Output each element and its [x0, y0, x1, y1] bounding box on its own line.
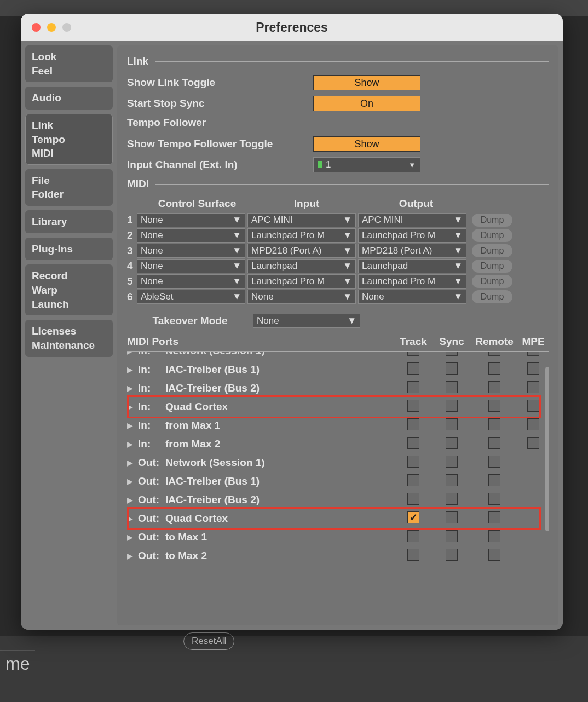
track-checkbox[interactable] — [407, 437, 419, 449]
dump-button[interactable]: Dump — [472, 229, 512, 242]
reset-all-button[interactable]: ResetAll — [183, 632, 234, 650]
track-checkbox[interactable] — [407, 549, 419, 561]
expand-icon[interactable]: ▶ — [127, 533, 138, 542]
sync-checkbox[interactable] — [446, 400, 458, 412]
remote-checkbox[interactable] — [488, 418, 500, 430]
show-link-toggle-button[interactable]: Show — [313, 75, 420, 90]
sync-checkbox[interactable] — [446, 418, 458, 430]
expand-icon[interactable]: ▶ — [127, 458, 138, 467]
track-checkbox[interactable] — [407, 530, 419, 542]
expand-icon[interactable]: ▶ — [127, 514, 138, 523]
mpe-checkbox[interactable] — [527, 400, 539, 412]
mpe-checkbox[interactable] — [527, 381, 539, 393]
remote-checkbox[interactable] — [488, 456, 500, 468]
start-stop-sync-button[interactable]: On — [313, 96, 420, 111]
mpe-checkbox[interactable] — [527, 352, 539, 356]
sidebar-tab-plug-ins[interactable]: Plug-Ins — [25, 238, 113, 261]
sync-checkbox[interactable] — [446, 456, 458, 468]
expand-icon[interactable]: ▶ — [127, 384, 138, 393]
sync-checkbox[interactable] — [446, 474, 458, 486]
sidebar-tab-link-tempo-midi[interactable]: LinkTempoMIDI — [25, 114, 113, 165]
expand-icon[interactable]: ▶ — [127, 477, 138, 486]
expand-icon[interactable]: ▶ — [127, 365, 138, 374]
sidebar-tab-file-folder[interactable]: FileFolder — [25, 169, 113, 206]
expand-icon[interactable]: ▶ — [127, 496, 138, 504]
control-surface-input-select[interactable]: MPD218 (Port A)▼ — [247, 244, 356, 258]
sync-checkbox[interactable] — [446, 381, 458, 393]
remote-checkbox[interactable] — [488, 549, 500, 561]
sync-checkbox[interactable] — [446, 352, 458, 356]
sync-checkbox[interactable] — [446, 530, 458, 542]
port-direction: Out: — [138, 550, 165, 562]
sync-checkbox[interactable] — [446, 549, 458, 561]
scrollbar[interactable] — [545, 367, 549, 531]
control-surface-select[interactable]: None▼ — [137, 228, 245, 243]
remote-checkbox[interactable] — [488, 362, 500, 375]
control-surface-output-select[interactable]: Launchpad Pro M▼ — [358, 228, 466, 243]
control-surface-output-select[interactable]: APC MINI▼ — [358, 213, 466, 227]
mpe-checkbox[interactable] — [527, 418, 539, 430]
track-checkbox[interactable] — [407, 456, 419, 468]
remote-checkbox[interactable] — [488, 530, 500, 542]
control-surface-select[interactable]: None▼ — [137, 244, 245, 258]
remote-checkbox[interactable] — [488, 400, 500, 412]
expand-icon[interactable]: ▶ — [127, 551, 138, 560]
dump-button[interactable]: Dump — [472, 290, 512, 303]
sidebar-tab-library[interactable]: Library — [25, 210, 113, 233]
port-name: from Max 2 — [165, 438, 394, 450]
track-checkbox[interactable] — [407, 400, 419, 412]
sidebar-tab-record-warp-launch[interactable]: RecordWarpLaunch — [25, 264, 113, 315]
minimize-icon[interactable] — [47, 23, 56, 32]
dump-button[interactable]: Dump — [472, 214, 512, 227]
remote-checkbox[interactable] — [488, 352, 500, 356]
sidebar-tab-audio[interactable]: Audio — [25, 87, 113, 110]
expand-icon[interactable]: ▶ — [127, 402, 138, 411]
track-checkbox[interactable] — [407, 474, 419, 486]
midi-port-row: ▶ In: from Max 1 — [127, 416, 549, 435]
remote-checkbox[interactable] — [488, 493, 500, 505]
takeover-mode-select[interactable]: None ▼ — [253, 314, 360, 328]
remote-checkbox[interactable] — [488, 381, 500, 393]
close-icon[interactable] — [32, 23, 41, 32]
expand-icon[interactable]: ▶ — [127, 440, 138, 448]
remote-checkbox[interactable] — [488, 437, 500, 449]
expand-icon[interactable]: ▶ — [127, 421, 138, 430]
control-surface-select[interactable]: None▼ — [137, 274, 245, 289]
sync-checkbox[interactable] — [446, 362, 458, 375]
show-tempo-follower-toggle-button[interactable]: Show — [313, 136, 420, 152]
sidebar-tab-licenses-maintenance[interactable]: LicensesMaintenance — [25, 320, 113, 356]
track-checkbox[interactable] — [407, 493, 419, 505]
sync-checkbox[interactable] — [446, 437, 458, 449]
sync-checkbox[interactable] — [446, 511, 458, 523]
remote-checkbox[interactable] — [488, 474, 500, 486]
midi-port-row: ▶ In: from Max 2 — [127, 435, 549, 453]
mpe-checkbox[interactable] — [527, 362, 539, 375]
expand-icon[interactable]: ▶ — [127, 352, 138, 355]
control-surface-output-select[interactable]: MPD218 (Port A)▼ — [358, 244, 466, 258]
section-link: Link — [127, 55, 549, 67]
dump-button[interactable]: Dump — [472, 244, 512, 257]
control-surface-select[interactable]: AbleSet▼ — [137, 290, 245, 304]
track-checkbox[interactable] — [407, 362, 419, 375]
control-surface-input-select[interactable]: APC MINI▼ — [247, 213, 356, 227]
control-surface-select[interactable]: None▼ — [137, 213, 245, 227]
track-checkbox[interactable] — [407, 511, 419, 523]
input-channel-select[interactable]: 1 ▼ — [313, 157, 420, 172]
control-surface-input-select[interactable]: Launchpad Pro M▼ — [247, 274, 356, 289]
remote-checkbox[interactable] — [488, 511, 500, 523]
mpe-checkbox[interactable] — [527, 437, 539, 449]
dump-button[interactable]: Dump — [472, 275, 512, 288]
control-surface-select[interactable]: None▼ — [137, 259, 245, 273]
track-checkbox[interactable] — [407, 352, 419, 356]
sync-checkbox[interactable] — [446, 493, 458, 505]
track-checkbox[interactable] — [407, 381, 419, 393]
control-surface-output-select[interactable]: Launchpad▼ — [358, 259, 466, 273]
control-surface-output-select[interactable]: None▼ — [358, 290, 466, 304]
control-surface-input-select[interactable]: None▼ — [247, 290, 356, 304]
control-surface-input-select[interactable]: Launchpad Pro M▼ — [247, 228, 356, 243]
control-surface-output-select[interactable]: Launchpad Pro M▼ — [358, 274, 466, 289]
track-checkbox[interactable] — [407, 418, 419, 430]
dump-button[interactable]: Dump — [472, 260, 512, 273]
control-surface-input-select[interactable]: Launchpad▼ — [247, 259, 356, 273]
sidebar-tab-look-feel[interactable]: LookFeel — [25, 45, 113, 82]
